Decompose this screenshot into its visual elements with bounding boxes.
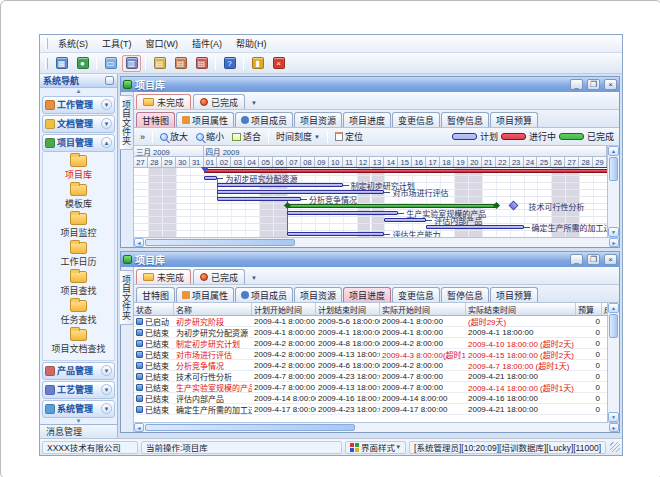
day-header[interactable]: 28 — [579, 157, 593, 168]
chevron-down-icon[interactable]: ▼ — [101, 365, 112, 376]
view-tab-2[interactable]: 项目成员 — [235, 112, 293, 127]
sidebar-section-0[interactable]: 工作管理▼ — [42, 96, 115, 114]
table-row[interactable]: 已结束技术可行性分析2009-4-7 8:00:002009-4-23 18:0… — [134, 371, 607, 382]
side-tab-project-folder[interactable]: 项目文件夹 — [121, 92, 134, 247]
task-bar[interactable] — [287, 232, 384, 236]
day-header[interactable]: 25 — [537, 157, 551, 168]
day-header[interactable]: 22 — [496, 157, 510, 168]
zoom-out-button[interactable]: 缩小 — [193, 129, 227, 144]
day-header[interactable]: 05 — [259, 157, 273, 168]
day-header[interactable]: 29 — [593, 157, 607, 168]
day-header[interactable]: 23 — [510, 157, 524, 168]
day-header[interactable]: 09 — [315, 157, 329, 168]
save-icon[interactable]: ▥ — [122, 55, 141, 72]
column-header-2[interactable]: 计划开始时间 — [252, 303, 316, 315]
report-flag-icon[interactable]: ▤ — [192, 55, 211, 72]
task-bar[interactable] — [204, 176, 218, 180]
sidebar-item-模板库[interactable]: 模板库 — [43, 183, 114, 212]
table-row[interactable]: 已结束对市场进行评估2009-4-2 8:00:002009-4-13 18:0… — [134, 349, 607, 360]
filter-tab-1[interactable]: 已完成 — [193, 94, 245, 109]
ui-style-dropdown[interactable]: 界面样式 ▼ — [345, 441, 406, 454]
view-tab-6[interactable]: 暂停信息 — [441, 287, 489, 302]
sidebar-section-3[interactable]: 产品管理▼ — [42, 362, 115, 380]
open-folder-icon[interactable]: ▭ — [101, 55, 120, 72]
chevron-down-icon[interactable]: ▼ — [101, 118, 112, 129]
day-header[interactable]: 20 — [468, 157, 482, 168]
day-header[interactable]: 27 — [565, 157, 579, 168]
task-bar[interactable] — [287, 211, 398, 215]
view-tab-7[interactable]: 项目预算 — [490, 287, 538, 302]
day-header[interactable]: 03 — [231, 157, 245, 168]
table-vscrollbar[interactable]: ▲ ▼ — [607, 303, 619, 422]
scroll-thumb[interactable] — [145, 239, 295, 246]
column-header-1[interactable]: 名称 — [174, 303, 252, 315]
window-titlebar[interactable]: 项目库 _ ❐ × — [121, 252, 619, 267]
side-tab-project-folder[interactable]: 项目文件夹 — [121, 267, 134, 432]
table-hscrollbar[interactable]: ◄ ► — [134, 422, 619, 432]
day-header[interactable]: 28 — [148, 157, 162, 168]
web-icon[interactable]: ● — [73, 55, 92, 72]
zoom-in-button[interactable]: 放大 — [157, 129, 191, 144]
chevron-down-icon[interactable]: ▼ — [101, 403, 112, 414]
menu-item-4[interactable]: 帮助(H) — [229, 35, 274, 52]
sidebar-item-项目库[interactable]: 项目库 — [43, 154, 114, 183]
report-edit-icon[interactable]: ▤ — [171, 55, 190, 72]
table-row[interactable]: 已结束制定初步研究计划2009-4-2 8:00:002009-4-8 18:0… — [134, 338, 607, 349]
day-header[interactable]: 17 — [426, 157, 440, 168]
filter-tab-1[interactable]: 已完成 — [193, 269, 245, 284]
sidebar-section-4[interactable]: 工艺管理▼ — [42, 381, 115, 399]
column-header-6[interactable]: 预算 — [576, 303, 602, 315]
task-bar[interactable] — [217, 183, 342, 187]
desktop-icon[interactable]: ▦ — [52, 55, 71, 72]
table-row[interactable]: 已结束生产实验室规模的产品2009-4-7 8:00:002009-4-13 1… — [134, 382, 607, 393]
day-header[interactable]: 13 — [371, 157, 385, 168]
more-tabs-button[interactable]: ▼ — [247, 271, 261, 284]
table-row[interactable]: 已结束为初步研究分配资源2009-4-1 8:00:002009-4-1 18:… — [134, 327, 607, 338]
table-row[interactable]: 已结束评估内部产品2009-4-14 8:00:002009-4-16 18:0… — [134, 393, 607, 404]
sidebar-collapse-button[interactable]: ▲ — [40, 88, 117, 95]
day-header[interactable]: 04 — [245, 157, 259, 168]
day-header[interactable]: 16 — [412, 157, 426, 168]
sidebar-item-项目监控[interactable]: 项目监控 — [43, 212, 114, 241]
day-header[interactable]: 06 — [273, 157, 287, 168]
menu-item-0[interactable]: 系统(S) — [51, 35, 95, 52]
scroll-thumb[interactable] — [145, 424, 355, 431]
day-header[interactable]: 10 — [329, 157, 343, 168]
column-header-4[interactable]: 实际开始时间 — [380, 303, 466, 315]
timescale-dropdown[interactable]: 时间刻度▼ — [273, 129, 323, 144]
view-tab-4[interactable]: 项目进度 — [343, 287, 391, 302]
report-new-icon[interactable]: ▤ — [150, 55, 169, 72]
day-header[interactable]: 11 — [343, 157, 357, 168]
day-header[interactable]: 21 — [482, 157, 496, 168]
view-tab-7[interactable]: 项目预算 — [490, 112, 538, 127]
help-icon[interactable]: ? — [220, 55, 239, 72]
scroll-left-icon[interactable]: ◄ — [134, 238, 144, 247]
task-bar[interactable] — [217, 197, 300, 201]
view-tab-3[interactable]: 项目资源 — [294, 112, 342, 127]
day-header[interactable]: 19 — [454, 157, 468, 168]
day-header[interactable]: 26 — [551, 157, 565, 168]
task-bar[interactable] — [426, 225, 523, 229]
sidebar-tab-messages[interactable]: 消息管理 — [40, 424, 117, 438]
day-header[interactable]: 29 — [162, 157, 176, 168]
sidebar-item-工作日历[interactable]: 工作日历 — [43, 241, 114, 270]
column-header-5[interactable]: 实际结束时间 — [466, 303, 576, 315]
task-bar[interactable] — [384, 218, 426, 222]
scroll-right-icon[interactable]: ► — [609, 423, 619, 432]
menu-item-3[interactable]: 插件(A) — [185, 35, 229, 52]
view-tab-6[interactable]: 暂停信息 — [441, 112, 489, 127]
restore-button[interactable]: ❐ — [587, 254, 600, 265]
view-tab-1[interactable]: 项目属性 — [176, 287, 234, 302]
fit-button[interactable]: 适合 — [229, 129, 264, 144]
chevron-up-icon[interactable]: ▲ — [101, 137, 112, 148]
more-tools-button[interactable]: » — [137, 131, 148, 143]
window-titlebar[interactable]: 项目库 _ ❐ × — [121, 77, 619, 92]
scroll-down-icon[interactable]: ▼ — [608, 227, 619, 237]
table-row[interactable]: 已启动初步研究阶段2009-4-1 8:00:002009-5-6 18:00:… — [134, 316, 607, 327]
view-tab-3[interactable]: 项目资源 — [294, 287, 342, 302]
chevron-down-icon[interactable]: ▼ — [101, 384, 112, 395]
view-tab-5[interactable]: 变更信息 — [392, 287, 440, 302]
day-header[interactable]: 12 — [357, 157, 371, 168]
exit-icon[interactable]: × — [269, 55, 288, 72]
day-header[interactable]: 15 — [398, 157, 412, 168]
